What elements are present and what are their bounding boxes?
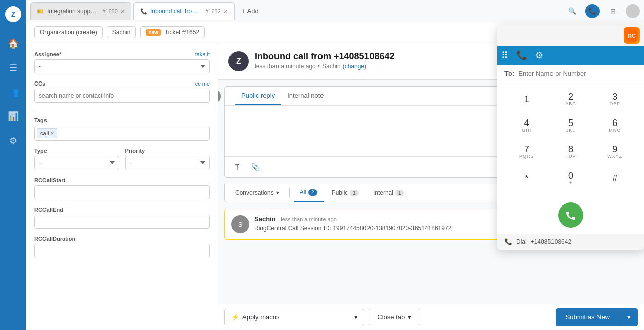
tags-field: Tags call × — [34, 117, 210, 141]
tab-1650[interactable]: 🎫 Integration support call fro... #1650 … — [30, 2, 131, 20]
dialpad-key-2[interactable]: 2ABC — [555, 88, 587, 110]
close-tab-chevron-icon: ▾ — [408, 313, 411, 321]
rc-dialpad-icon[interactable]: ⠿ — [501, 50, 508, 61]
assignee-field: Assignee* take it - — [34, 51, 210, 73]
rccallend-input[interactable] — [34, 215, 210, 229]
tab-internal-note[interactable]: Internal note — [281, 87, 330, 105]
search-icon[interactable]: 🔍 — [565, 4, 579, 18]
chevron-down-icon: ▾ — [276, 189, 279, 196]
submit-dropdown-button[interactable]: ▾ — [620, 308, 638, 326]
header-actions: 🔍 📞 ⊞ — [565, 4, 640, 18]
tag-remove-icon[interactable]: × — [51, 130, 54, 136]
attach-file-button[interactable]: 📎 — [248, 160, 262, 174]
conv-all-label: All — [300, 189, 306, 196]
conv-public-count: 1 — [350, 190, 359, 196]
type-field: Type - — [34, 148, 119, 170]
left-panel: Assignee* take it - CCs cc me — [26, 43, 218, 330]
conversations-label[interactable]: Conversations ▾ — [229, 184, 285, 201]
tab-icon: 🎫 — [37, 8, 44, 15]
change-assignee-link[interactable]: (change) — [343, 63, 366, 70]
dialpad-key-1[interactable]: 1 — [511, 88, 543, 110]
conv-filter-public[interactable]: Public 1 — [326, 184, 365, 201]
dialpad-key-7[interactable]: 7PQRS — [511, 141, 543, 163]
dialpad-row-3: 7PQRS 8TUV 9WXYZ — [504, 141, 637, 163]
rccallend-field: RCCallEnd — [34, 207, 210, 229]
cc-me-link[interactable]: cc me — [195, 80, 210, 87]
submit-group: Submit as New ▾ — [556, 308, 638, 326]
rc-phone-icon[interactable]: 📞 — [516, 50, 527, 61]
breadcrumb-sachin[interactable]: Sachin — [107, 26, 136, 38]
dialpad-key-0[interactable]: 0+ — [555, 167, 587, 189]
dialpad-key-3[interactable]: 3DEF — [599, 88, 631, 110]
apply-macro-button[interactable]: ⚡ Apply macro ▾ — [224, 309, 364, 325]
tag-label: call — [40, 130, 49, 136]
priority-select[interactable]: - — [125, 156, 210, 170]
user-avatar-icon[interactable] — [626, 4, 640, 18]
dialpad-key-4[interactable]: 4GHI — [511, 114, 543, 137]
tab-close-1652[interactable]: × — [224, 7, 228, 15]
ticket-title: Inbound call from +14085108642 — [255, 51, 395, 62]
message-sender: Sachin — [254, 215, 276, 223]
dial-label: Dial — [516, 238, 527, 245]
rc-header: ⠿ 📞 ⚙ — [497, 46, 644, 65]
close-tab-button[interactable]: Close tab ▾ — [369, 309, 420, 325]
sidebar-item-users[interactable]: 👥 — [6, 85, 20, 99]
rccallstart-field: RCCallStart — [34, 177, 210, 199]
dialpad-row-2: 4GHI 5JKL 6MNO — [504, 114, 637, 137]
ccs-input[interactable] — [34, 89, 210, 103]
tabs-bar: 🎫 Integration support call fro... #1650 … — [26, 0, 644, 22]
sidebar-item-home[interactable]: 🏠 — [6, 36, 20, 51]
rccallstart-input[interactable] — [34, 185, 210, 199]
public-reply-label: Public reply — [241, 92, 275, 99]
breadcrumb-org[interactable]: Organization (create) — [34, 26, 103, 38]
message-header: Sachin less than a minute ago — [254, 215, 451, 223]
ticket-info: Inbound call from +14085108642 less than… — [255, 51, 395, 70]
dialpad-key-5[interactable]: 5JKL — [555, 114, 587, 137]
tab-close-1650[interactable]: × — [121, 7, 125, 15]
dialpad-row-1: 1 2ABC 3DEF — [504, 88, 637, 110]
rccallduration-label: RCCallDuration — [34, 236, 210, 242]
dialpad-key-9[interactable]: 9WXYZ — [599, 141, 631, 163]
dialpad-key-8[interactable]: 8TUV — [555, 141, 587, 163]
ticket-avatar: Z — [228, 51, 249, 71]
add-tab-button[interactable]: + Add — [237, 2, 264, 20]
sidebar-item-tickets[interactable]: ☰ — [6, 61, 20, 75]
breadcrumb-ticket[interactable]: new Ticket #1652 — [140, 26, 205, 38]
dialpad-key-6[interactable]: 6MNO — [599, 114, 631, 137]
rc-settings-icon[interactable]: ⚙ — [535, 50, 543, 61]
ticket-time: less than a minute ago — [255, 63, 316, 70]
conversations-text: Conversations — [235, 189, 274, 196]
phone-icon[interactable]: 📞 — [585, 4, 600, 18]
bottom-bar: ⚡ Apply macro ▾ Close tab ▾ Submit as Ne… — [218, 304, 644, 330]
conv-filter-all[interactable]: All 2 — [294, 184, 324, 202]
assignee-select[interactable]: - — [34, 59, 210, 73]
rc-to-field: To: — [497, 65, 644, 83]
text-format-button[interactable]: T — [230, 160, 244, 174]
ticket-meta: less than a minute ago • Sachin (change) — [255, 63, 395, 70]
tab-public-reply[interactable]: Public reply — [235, 87, 281, 105]
message-time: less than a minute ago — [281, 216, 337, 222]
dialpad-key-star[interactable]: * — [511, 167, 543, 189]
submit-as-new-button[interactable]: Submit as New — [556, 308, 620, 326]
sidebar-item-settings[interactable]: ⚙ — [6, 134, 20, 148]
type-label: Type — [34, 148, 119, 154]
rc-dial-strip[interactable]: 📞 Dial +14085108642 — [497, 234, 644, 250]
type-select[interactable]: - — [34, 156, 119, 170]
priority-label: Priority — [125, 148, 210, 154]
grid-icon[interactable]: ⊞ — [606, 4, 620, 18]
tag-call[interactable]: call × — [37, 128, 57, 138]
rccallduration-input[interactable] — [34, 244, 210, 258]
rc-call-button-container — [497, 198, 644, 234]
tab-1652[interactable]: 📞 Inbound call from +1408... #1652 × — [133, 2, 235, 20]
rc-to-input[interactable] — [518, 70, 637, 77]
tags-container[interactable]: call × — [34, 126, 210, 141]
take-it-link[interactable]: take it — [195, 51, 210, 57]
tags-label: Tags — [34, 117, 210, 123]
call-button[interactable] — [558, 202, 583, 228]
dialpad-key-hash[interactable]: # — [599, 167, 631, 189]
ringcentral-popup: RC ⠿ 📞 ⚙ To: 1 2ABC 3DEF 4GHI 5JKL — [497, 25, 644, 250]
dial-number: +14085108642 — [531, 238, 571, 245]
sidebar-item-reports[interactable]: 📊 — [6, 109, 20, 123]
add-tab-label: + Add — [242, 7, 259, 15]
conv-filter-internal[interactable]: Internal 1 — [367, 184, 410, 201]
